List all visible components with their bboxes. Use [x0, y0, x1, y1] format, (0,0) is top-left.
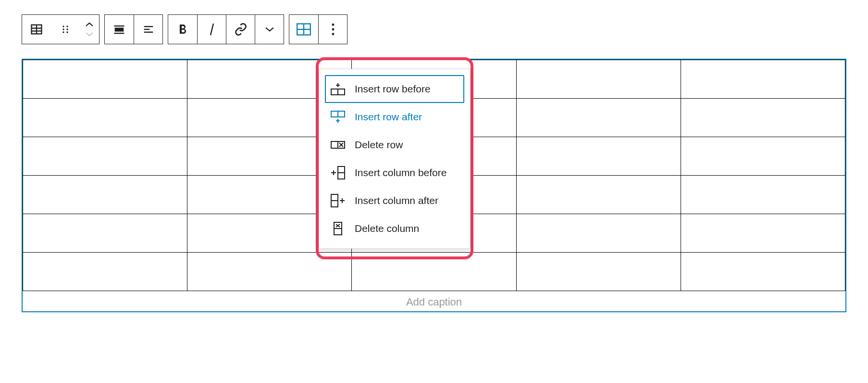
- toolbar-group-block: [22, 14, 99, 44]
- more-options-button[interactable]: [318, 15, 347, 44]
- insert-row-after-item[interactable]: Insert row after: [325, 103, 464, 131]
- svg-point-19: [332, 24, 334, 26]
- svg-point-9: [66, 31, 68, 33]
- table-cell[interactable]: [516, 253, 681, 291]
- table-edit-dropdown: Insert row before Insert row after: [319, 69, 471, 249]
- link-icon: [234, 23, 248, 36]
- table-cell[interactable]: [516, 214, 681, 253]
- toolbar-group-format: [168, 14, 284, 44]
- table-cell[interactable]: [516, 99, 681, 137]
- dropdown-item-label: Insert column after: [355, 195, 438, 206]
- dropdown-item-label: Insert row before: [355, 83, 431, 95]
- table-cell[interactable]: [681, 60, 845, 99]
- insert-column-before-item[interactable]: Insert column before: [325, 159, 464, 187]
- svg-point-6: [62, 28, 64, 30]
- align-button[interactable]: [105, 15, 134, 44]
- link-button[interactable]: [226, 15, 255, 44]
- table-cell[interactable]: [681, 99, 845, 137]
- delete-column-icon: [331, 221, 345, 236]
- caption-input[interactable]: Add caption: [23, 291, 845, 311]
- insert-column-after-item[interactable]: Insert column after: [325, 187, 464, 215]
- svg-point-21: [332, 33, 334, 35]
- move-up-button[interactable]: [85, 20, 94, 29]
- insert-row-after-icon: [331, 110, 345, 124]
- table-cell[interactable]: [23, 214, 187, 253]
- italic-icon: [209, 23, 215, 36]
- toolbar-group-align: [104, 14, 163, 44]
- table-block: Add caption Insert row before: [22, 59, 846, 312]
- italic-button[interactable]: [197, 15, 226, 44]
- table-cell[interactable]: [681, 214, 845, 253]
- edit-table-icon: [297, 23, 311, 36]
- more-format-button[interactable]: [255, 15, 284, 44]
- delete-row-item[interactable]: Delete row: [325, 131, 464, 159]
- svg-point-5: [66, 26, 68, 27]
- table-cell[interactable]: [23, 60, 187, 99]
- insert-row-before-item[interactable]: Insert row before: [325, 75, 464, 103]
- svg-point-7: [66, 28, 68, 30]
- dropdown-item-label: Delete row: [355, 139, 403, 151]
- table-cell[interactable]: [23, 137, 187, 176]
- dropdown-item-label: Insert row after: [355, 111, 422, 123]
- table-cell[interactable]: [516, 60, 681, 99]
- table-cell[interactable]: [516, 137, 681, 176]
- drag-handle-button[interactable]: [51, 15, 80, 44]
- bold-button[interactable]: [168, 15, 197, 44]
- insert-row-before-icon: [331, 82, 345, 96]
- toolbar-group-table-tools: [289, 14, 347, 44]
- table-cell[interactable]: [681, 253, 845, 291]
- text-align-button[interactable]: [134, 15, 162, 44]
- block-toolbar: [22, 14, 846, 44]
- block-type-button[interactable]: [22, 15, 51, 44]
- delete-row-icon: [331, 138, 345, 152]
- insert-column-before-icon: [331, 166, 345, 180]
- bold-icon: [177, 24, 188, 35]
- table-cell[interactable]: [23, 253, 187, 291]
- more-vertical-icon: [331, 23, 335, 36]
- svg-point-4: [62, 26, 64, 27]
- edit-table-button[interactable]: [289, 15, 318, 44]
- dropdown-item-label: Insert column before: [355, 167, 446, 179]
- text-align-left-icon: [142, 23, 155, 36]
- svg-point-20: [332, 28, 334, 31]
- table-cell[interactable]: [681, 176, 845, 214]
- table-cell[interactable]: [23, 99, 187, 137]
- align-icon: [112, 23, 126, 36]
- table-cell[interactable]: [681, 137, 845, 176]
- move-updown: [80, 15, 99, 44]
- delete-column-item[interactable]: Delete column: [325, 215, 464, 243]
- table-cell[interactable]: [23, 176, 187, 214]
- annotation-highlight: Insert row before Insert row after: [316, 57, 473, 259]
- svg-point-8: [62, 31, 64, 33]
- table-block-icon: [30, 23, 43, 36]
- dropdown-item-label: Delete column: [355, 223, 419, 234]
- svg-rect-11: [115, 28, 123, 31]
- chevron-down-icon: [265, 26, 274, 32]
- table-cell[interactable]: [516, 176, 681, 214]
- move-down-button[interactable]: [85, 29, 94, 39]
- drag-icon: [61, 25, 70, 34]
- insert-column-after-icon: [331, 193, 345, 208]
